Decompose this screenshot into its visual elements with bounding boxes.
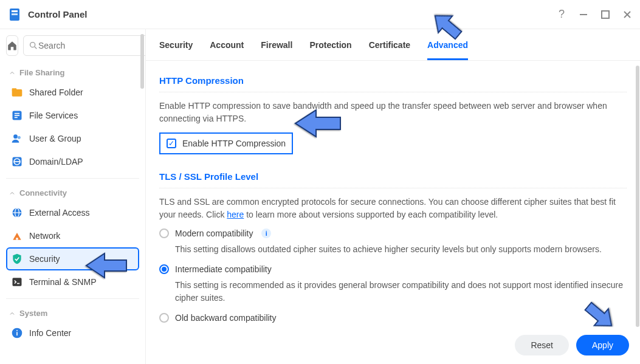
sidebar-scrollbar[interactable] — [140, 34, 144, 89]
tab-certificate[interactable]: Certificate — [369, 40, 410, 60]
radio-icon — [159, 313, 169, 323]
app-icon — [7, 7, 22, 22]
terminal-icon — [11, 276, 23, 288]
apply-button[interactable]: Apply — [576, 335, 629, 355]
svg-rect-24 — [13, 278, 22, 286]
sidebar-item-shared-folder[interactable]: Shared Folder — [6, 81, 139, 104]
sidebar-item-security[interactable]: Security — [6, 247, 139, 270]
svg-rect-27 — [16, 332, 18, 335]
window-title: Control Panel — [28, 9, 556, 19]
info-icon — [11, 327, 23, 339]
content-scrollbar[interactable] — [636, 66, 639, 327]
chevron-up-icon — [9, 190, 16, 197]
svg-line-8 — [35, 47, 36, 49]
network-icon — [11, 230, 23, 242]
search-input[interactable] — [38, 41, 145, 50]
section-title-tls: TLS / SSL Profile Level — [159, 168, 627, 188]
search-icon — [29, 41, 38, 50]
svg-point-15 — [13, 134, 18, 139]
titlebar: Control Panel ? — [0, 0, 640, 29]
svg-rect-13 — [15, 115, 19, 116]
svg-rect-23 — [16, 238, 18, 239]
checkbox-icon: ✓ — [167, 139, 176, 148]
home-icon — [7, 40, 18, 51]
svg-rect-10 — [12, 88, 17, 91]
tls-here-link[interactable]: here — [227, 210, 244, 219]
folder-icon — [11, 86, 23, 98]
globe-icon — [11, 207, 23, 219]
tab-advanced[interactable]: Advanced — [427, 40, 468, 60]
sidebar-item-info-center[interactable]: Info Center — [6, 321, 139, 345]
chevron-up-icon — [9, 69, 16, 77]
search-box[interactable] — [23, 35, 146, 56]
sidebar-item-network[interactable]: Network — [6, 224, 139, 247]
radio-icon — [159, 228, 169, 238]
usergroup-icon — [11, 132, 23, 145]
svg-rect-2 — [12, 13, 18, 15]
sidebar-item-user-group[interactable]: User & Group — [6, 127, 139, 150]
section-header-connectivity[interactable]: Connectivity — [6, 184, 139, 201]
fileservices-icon — [11, 109, 23, 122]
radio-icon — [159, 264, 169, 274]
svg-rect-12 — [15, 113, 19, 114]
maximize-button[interactable] — [600, 9, 611, 20]
tab-account[interactable]: Account — [210, 40, 244, 60]
tls-desc: TLS and SSL are common encrypted protoco… — [159, 196, 627, 221]
checkbox-label: Enable HTTP Compression — [182, 139, 286, 148]
tab-protection[interactable]: Protection — [309, 40, 351, 60]
home-button[interactable] — [6, 35, 18, 56]
security-icon — [11, 253, 23, 265]
radio-old-backward-compatibility[interactable]: Old backward compatibility — [159, 313, 627, 323]
svg-rect-14 — [15, 117, 18, 118]
section-title-http: HTTP Compression — [159, 72, 627, 92]
sidebar-item-file-services[interactable]: File Services — [6, 104, 139, 127]
tab-firewall[interactable]: Firewall — [261, 40, 292, 60]
radio-modern-compatibility[interactable]: Modern compatibilityi — [159, 228, 627, 238]
tab-security[interactable]: Security — [159, 40, 193, 60]
chevron-up-icon — [9, 310, 16, 317]
radio-desc: This setting is recommended as it provid… — [175, 279, 627, 304]
http-desc: Enable HTTP compression to save bandwidt… — [159, 100, 627, 125]
close-button[interactable] — [622, 9, 633, 20]
svg-point-16 — [18, 136, 21, 139]
svg-rect-1 — [12, 10, 18, 12]
radio-desc: This setting disallows outdated cipher s… — [175, 243, 627, 256]
domain-icon — [11, 156, 23, 168]
sidebar-item-terminal-snmp[interactable]: Terminal & SNMP — [6, 270, 139, 294]
sidebar-item-domain-ldap[interactable]: Domain/LDAP — [6, 150, 139, 173]
radio-intermediate-compatibility[interactable]: Intermediate compatibility — [159, 264, 627, 274]
svg-rect-28 — [16, 330, 18, 331]
minimize-button[interactable] — [578, 9, 589, 20]
enable-http-compression-checkbox[interactable]: ✓ Enable HTTP Compression — [159, 132, 293, 154]
svg-rect-4 — [602, 11, 609, 18]
info-icon[interactable]: i — [261, 228, 271, 238]
help-button[interactable]: ? — [556, 9, 567, 20]
footer: Reset Apply — [515, 335, 629, 355]
section-header-file-sharing[interactable]: File Sharing — [6, 63, 139, 81]
reset-button[interactable]: Reset — [515, 335, 569, 355]
sidebar: File SharingShared FolderFile ServicesUs… — [0, 29, 146, 364]
svg-point-7 — [30, 43, 35, 47]
content: HTTP Compression Enable HTTP compression… — [146, 61, 640, 364]
sidebar-item-external-access[interactable]: External Access — [6, 201, 139, 224]
section-header-system[interactable]: System — [6, 304, 139, 321]
tabs: SecurityAccountFirewallProtectionCertifi… — [146, 29, 640, 61]
